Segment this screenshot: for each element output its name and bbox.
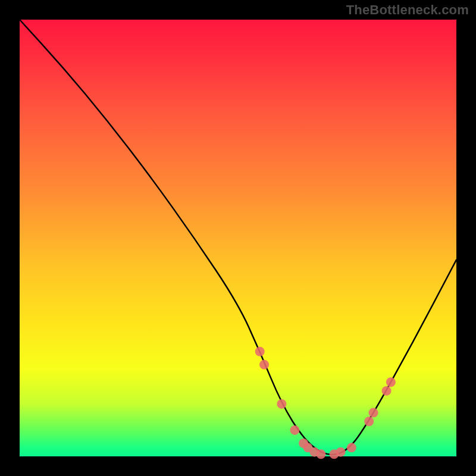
plot-area [20, 20, 456, 456]
curve-layer [20, 20, 456, 456]
chart-frame: TheBottleneck.com [0, 0, 476, 476]
branding-watermark: TheBottleneck.com [346, 2, 469, 18]
marker-group [255, 347, 396, 459]
data-marker [347, 443, 356, 452]
data-marker [316, 449, 325, 459]
data-marker [336, 447, 345, 457]
data-marker [364, 416, 374, 426]
data-marker [277, 399, 286, 409]
data-marker [259, 360, 269, 369]
data-marker [369, 408, 378, 418]
data-marker [255, 347, 265, 356]
data-marker [386, 377, 396, 387]
data-marker [382, 386, 392, 396]
data-marker [290, 425, 299, 435]
